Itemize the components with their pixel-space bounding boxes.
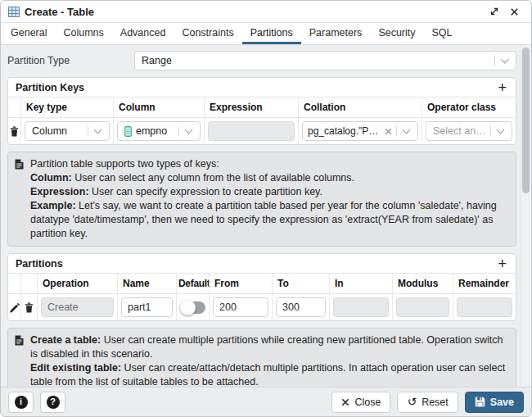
reset-button[interactable]: ↺ Reset (397, 392, 458, 413)
partition-type-label: Partition Type (7, 55, 134, 66)
keys-header-key-type: Key type (20, 97, 113, 118)
partition-type-value: Range (142, 55, 490, 66)
note-desc-create-table: User can create multiple partitions whil… (30, 334, 503, 360)
partition-remainder-input (457, 297, 512, 317)
key-expression-cell (204, 118, 298, 144)
toggle-knob (180, 300, 196, 315)
tab-advanced[interactable]: Advanced (112, 23, 174, 44)
partitions-tab-content: Partition Type Range Partition Keys + Ke… (1, 45, 531, 387)
save-button-label: Save (490, 397, 514, 408)
dialog-help-button[interactable]: ? (40, 392, 65, 413)
close-button[interactable]: Close (331, 392, 390, 413)
delete-key-row-button[interactable] (8, 118, 20, 144)
part-header-to: To (272, 274, 329, 294)
tab-columns[interactable]: Columns (55, 23, 111, 44)
dialog-titlebar: Create - Table (1, 1, 531, 23)
partition-name-input[interactable] (121, 297, 173, 317)
clear-icon[interactable] (385, 128, 392, 135)
partition-type-row: Partition Type Range (7, 51, 516, 70)
select-divider (178, 125, 179, 137)
key-collation-cell: pg_catalog."POSIX" (298, 118, 422, 144)
partitions-grid: Operation Name Default From To In Modulu… (8, 274, 516, 320)
scrollbar-thumb[interactable] (522, 48, 530, 193)
key-type-select[interactable]: Column (25, 121, 110, 141)
add-partition-button[interactable]: + (496, 256, 508, 271)
default-toggle[interactable] (182, 301, 205, 314)
partitions-note: Create a table: User can create multiple… (7, 328, 516, 387)
tab-constraints[interactable]: Constraints (174, 23, 241, 44)
edit-partition-row-button[interactable] (8, 294, 20, 320)
part-header-remainder: Remainder (453, 274, 516, 294)
key-operator-class-select[interactable]: Select an item... (426, 121, 512, 141)
tab-sql[interactable]: SQL (424, 23, 461, 44)
note-term-column: Column: (30, 172, 72, 184)
partition-operation-cell (37, 294, 117, 320)
part-header-operation: Operation (37, 274, 117, 294)
partition-keys-header: Partition Keys + (8, 78, 516, 97)
note-term-example: Example: (30, 200, 76, 211)
question-icon: ? (47, 396, 60, 409)
reset-button-label: Reset (422, 397, 449, 408)
note-desc-expression: User can specify expression to create pa… (89, 186, 322, 197)
partition-from-input[interactable] (213, 297, 268, 317)
key-type-cell: Column (20, 118, 113, 144)
select-divider (396, 125, 397, 137)
pencil-icon (10, 302, 20, 313)
keys-header-operator-class: Operator class (422, 97, 516, 118)
note-term-create-table: Create a table: (30, 334, 101, 346)
trash-icon (25, 302, 34, 313)
partition-keys-note: Partition table supports two types of ke… (7, 152, 516, 247)
sql-help-button[interactable]: i (8, 392, 34, 413)
document-icon (15, 335, 24, 387)
key-expression-input (208, 121, 295, 141)
close-icon[interactable] (507, 4, 521, 19)
chevron-down-icon (497, 126, 505, 134)
dialog-footer: i ? Close ↺ Reset Save (1, 387, 531, 416)
chevron-down-icon (403, 126, 411, 134)
tab-partitions[interactable]: Partitions (242, 23, 301, 44)
add-partition-key-button[interactable]: + (496, 80, 508, 95)
part-header-modulus: Modulus (392, 274, 453, 294)
reset-icon: ↺ (407, 396, 417, 407)
partitions-header: Partitions + (8, 254, 516, 274)
partition-to-input[interactable] (276, 297, 326, 317)
partition-keys-grid: Key type Column Expression Collation Ope… (8, 97, 516, 144)
partitions-title: Partitions (16, 258, 63, 270)
keys-header-collation: Collation (298, 97, 422, 118)
partition-type-select[interactable]: Range (134, 51, 516, 70)
tab-parameters[interactable]: Parameters (301, 23, 371, 44)
partition-modulus-input (396, 297, 449, 317)
dialog-title: Create - Table (25, 6, 94, 18)
tab-general[interactable]: General (2, 23, 55, 44)
info-icon: i (15, 396, 28, 409)
dialog-tabs: General Columns Advanced Constraints Par… (1, 23, 531, 45)
trash-icon (10, 126, 19, 137)
note-intro: Partition table supports two types of ke… (30, 158, 219, 170)
tab-security[interactable]: Security (370, 23, 423, 44)
key-operator-class-cell: Select an item... (422, 118, 516, 144)
select-divider (494, 55, 495, 66)
save-button[interactable]: Save (465, 392, 524, 413)
table-icon (8, 7, 20, 17)
partition-in-cell (329, 294, 392, 320)
delete-partition-row-button[interactable] (20, 294, 37, 320)
key-column-value: empno (136, 125, 174, 137)
maximize-icon[interactable] (487, 4, 502, 19)
close-button-label: Close (354, 397, 381, 408)
key-column-select[interactable]: empno (117, 121, 201, 141)
part-header-name: Name (117, 274, 176, 294)
partition-keys-note-text: Partition table supports two types of ke… (30, 157, 507, 241)
note-term-edit-table: Edit existing table: (30, 362, 121, 374)
key-column-cell: empno (113, 118, 204, 144)
part-header-from: From (209, 274, 272, 294)
create-table-dialog: Create - Table General Columns Advanced … (0, 0, 532, 417)
partition-default-cell (176, 294, 209, 320)
scrollbar-track[interactable] (521, 45, 531, 387)
part-header-edit (8, 274, 20, 294)
chevron-down-icon (94, 126, 102, 134)
partition-name-cell (117, 294, 176, 320)
partition-in-input (333, 297, 389, 317)
partition-from-cell (209, 294, 272, 320)
key-collation-select[interactable]: pg_catalog."POSIX" (302, 121, 418, 141)
key-collation-value: pg_catalog."POSIX" (308, 125, 381, 137)
